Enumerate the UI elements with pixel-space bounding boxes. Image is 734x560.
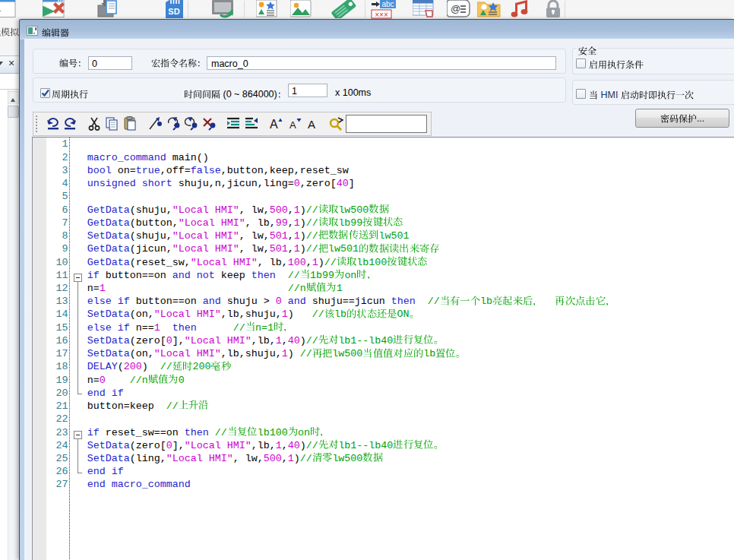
svg-text:abc: abc (381, 0, 394, 8)
svg-text:×××: ××× (375, 11, 388, 19)
svg-text:A: A (308, 118, 315, 131)
svg-text:@: @ (451, 3, 460, 14)
svg-text:A: A (270, 118, 278, 131)
svg-text:A: A (289, 119, 296, 131)
svg-text:SD: SD (168, 7, 179, 16)
